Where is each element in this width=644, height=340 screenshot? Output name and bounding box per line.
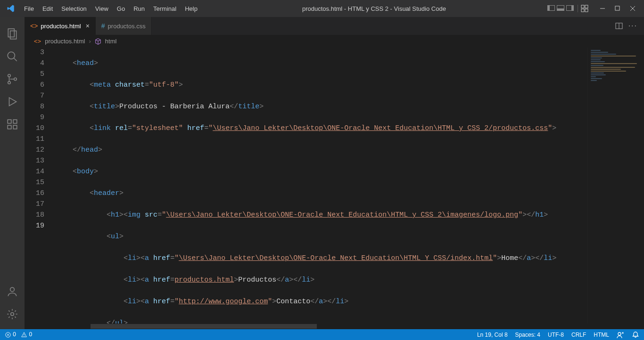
code-content[interactable]: <head> <meta charset="utf-8"> <title>Pro…: [56, 47, 644, 324]
svg-marker-15: [9, 97, 17, 105]
layout-controls: [546, 5, 588, 12]
more-actions-icon[interactable]: ···: [628, 22, 637, 30]
editor-area: <> productos.html × # productos.css ··· …: [25, 17, 644, 329]
accounts-icon[interactable]: [0, 280, 25, 303]
svg-rect-1: [585, 5, 588, 8]
activity-bar: [0, 17, 25, 329]
divider: [578, 5, 578, 12]
svg-point-13: [8, 81, 10, 84]
svg-rect-9: [10, 31, 17, 39]
activity-bottom: [0, 280, 25, 325]
html-file-icon: <>: [34, 38, 41, 45]
breadcrumb-file[interactable]: productos.html: [45, 38, 85, 45]
maximize-button[interactable]: [610, 4, 625, 13]
explorer-icon[interactable]: [0, 23, 25, 45]
svg-line-11: [14, 58, 17, 61]
svg-rect-0: [581, 5, 584, 8]
svg-rect-2: [581, 9, 584, 12]
status-bar: 0 0 Ln 19, Col 8 Spaces: 4 UTF-8 CRLF HT…: [0, 329, 644, 340]
menu-selection[interactable]: Selection: [57, 2, 91, 15]
source-control-icon[interactable]: [0, 68, 25, 90]
breadcrumb-symbol[interactable]: html: [105, 38, 117, 45]
tab-productos-css[interactable]: # productos.css: [96, 17, 152, 35]
code-editor[interactable]: 3456 78910 11121314 15161718 19 <head> <…: [25, 47, 644, 324]
toggle-panel-icon[interactable]: [556, 5, 565, 12]
status-notifications-icon[interactable]: [632, 331, 639, 339]
svg-point-10: [8, 52, 15, 59]
svg-point-20: [10, 287, 15, 291]
close-tab-icon[interactable]: ×: [86, 22, 90, 30]
status-language[interactable]: HTML: [594, 332, 609, 338]
html-file-icon: <>: [30, 22, 38, 30]
status-problems[interactable]: 0 0: [5, 331, 32, 338]
status-indentation[interactable]: Spaces: 4: [515, 332, 540, 338]
menu-run[interactable]: Run: [129, 2, 149, 15]
svg-point-21: [11, 313, 14, 316]
menu-file[interactable]: File: [20, 2, 38, 15]
scrollbar-thumb[interactable]: [91, 324, 317, 329]
split-editor-icon[interactable]: [615, 22, 623, 30]
svg-rect-17: [13, 120, 17, 123]
tabs-actions: ···: [615, 17, 644, 35]
status-cursor-position[interactable]: Ln 19, Col 8: [477, 332, 508, 338]
status-feedback-icon[interactable]: [617, 331, 624, 339]
symbol-icon: [95, 37, 101, 45]
line-numbers: 3456 78910 11121314 15161718 19: [25, 47, 56, 324]
svg-rect-5: [615, 6, 619, 10]
minimap[interactable]: [587, 47, 644, 324]
run-debug-icon[interactable]: [0, 90, 25, 113]
svg-point-28: [24, 336, 24, 336]
extensions-icon[interactable]: [0, 113, 25, 136]
tab-label: productos.html: [41, 23, 81, 30]
breadcrumbs[interactable]: <> productos.html › html: [25, 35, 644, 47]
minimize-button[interactable]: [595, 4, 610, 13]
svg-rect-8: [8, 29, 14, 37]
window-controls: [595, 4, 640, 13]
tab-label: productos.css: [108, 23, 146, 30]
svg-rect-19: [13, 125, 17, 129]
search-icon[interactable]: [0, 45, 25, 68]
menu-help[interactable]: Help: [181, 2, 202, 15]
menu-go[interactable]: Go: [113, 2, 129, 15]
settings-gear-icon[interactable]: [0, 303, 25, 325]
svg-point-14: [14, 78, 17, 80]
customize-layout-icon[interactable]: [581, 5, 588, 12]
svg-point-29: [618, 332, 621, 335]
tabs-bar: <> productos.html × # productos.css ···: [25, 17, 644, 35]
css-file-icon: #: [101, 22, 105, 30]
svg-rect-3: [585, 9, 588, 12]
toggle-primary-sidebar-icon[interactable]: [546, 5, 556, 12]
menu-bar: File Edit Selection View Go Run Terminal…: [20, 2, 202, 15]
chevron-right-icon: ›: [89, 38, 91, 45]
main-area: <> productos.html × # productos.css ··· …: [0, 17, 644, 329]
tab-productos-html[interactable]: <> productos.html ×: [25, 17, 96, 35]
svg-point-12: [8, 74, 10, 77]
menu-edit[interactable]: Edit: [38, 2, 57, 15]
svg-rect-18: [8, 125, 11, 129]
title-bar: File Edit Selection View Go Run Terminal…: [0, 0, 644, 17]
status-encoding[interactable]: UTF-8: [548, 332, 564, 338]
horizontal-scrollbar[interactable]: [25, 324, 644, 329]
toggle-secondary-sidebar-icon[interactable]: [565, 5, 575, 12]
close-button[interactable]: [625, 4, 640, 13]
menu-terminal[interactable]: Terminal: [149, 2, 181, 15]
menu-view[interactable]: View: [91, 2, 113, 15]
status-eol[interactable]: CRLF: [571, 332, 586, 338]
window-title: productos.html - HTML y CSS 2 - Visual S…: [202, 5, 546, 12]
vscode-logo-icon: [7, 4, 15, 13]
svg-rect-16: [8, 120, 11, 123]
